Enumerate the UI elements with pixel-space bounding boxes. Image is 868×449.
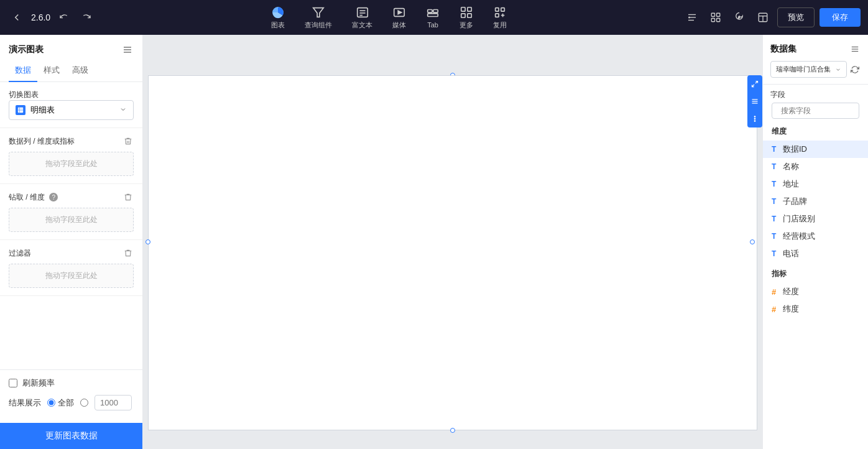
chart-type-value: 明细表 <box>30 104 55 116</box>
canvas-list-btn[interactable] <box>747 93 762 110</box>
resize-handle-left[interactable] <box>145 239 150 244</box>
svg-rect-25 <box>717 13 720 16</box>
result-label: 结果展示 <box>9 397 41 409</box>
svg-point-46 <box>754 121 755 122</box>
filter-icon <box>312 6 325 19</box>
svg-rect-12 <box>468 7 471 11</box>
field-label-address: 地址 <box>783 178 799 190</box>
drill-dropzone[interactable]: 拖动字段至此处 <box>9 208 134 232</box>
drill-block: 钻取 / 维度 ? 拖动字段至此处 <box>0 184 142 240</box>
nav-reuse[interactable]: 复用 <box>484 2 515 34</box>
drill-header: 钻取 / 维度 ? <box>9 192 134 203</box>
field-search-input[interactable] <box>781 106 868 115</box>
data-columns-delete-btn[interactable] <box>122 136 134 147</box>
field-label-data-id: 数据ID <box>783 144 807 155</box>
nav-tab-label: Tab <box>427 21 438 29</box>
filter-header: 过滤器 <box>9 248 134 259</box>
refresh-row: 刷新频率 <box>9 377 134 389</box>
chart-panel-tabs: 数据 样式 高级 <box>0 56 142 82</box>
nav-chart[interactable]: 图表 <box>262 2 293 34</box>
result-all-radio[interactable]: 全部 <box>47 397 74 409</box>
dataset-menu-btn[interactable] <box>849 44 861 55</box>
nav-more[interactable]: 更多 <box>451 2 482 34</box>
preview-button[interactable]: 预览 <box>777 7 815 27</box>
field-item-phone[interactable]: T 电话 <box>763 245 868 262</box>
drill-help-icon[interactable]: ? <box>49 193 58 201</box>
resize-handle-right[interactable] <box>750 239 755 244</box>
metrics-label: 指标 <box>763 266 868 283</box>
drill-label: 钻取 / 维度 ? <box>9 192 58 203</box>
chart-panel-header: 演示图表 <box>0 35 142 56</box>
field-item-sub-brand[interactable]: T 子品牌 <box>763 193 868 210</box>
dataset-select[interactable]: 瑞幸咖啡门店合集 <box>770 61 847 78</box>
grid-icon-btn[interactable] <box>706 8 725 27</box>
back-button[interactable] <box>7 8 26 27</box>
topbar: 2.6.0 图表 查询组件 <box>0 0 868 35</box>
refresh-checkbox[interactable] <box>9 379 17 387</box>
tab-icon <box>426 6 440 20</box>
field-type-icon-data-id: T <box>772 145 779 154</box>
field-label-business-mode: 经营模式 <box>783 231 815 242</box>
field-item-name[interactable]: T 名称 <box>763 158 868 175</box>
result-num-radio[interactable] <box>80 399 88 407</box>
canvas-frame <box>148 75 757 430</box>
result-num-input[interactable] <box>95 395 132 410</box>
svg-point-23 <box>688 17 690 19</box>
layout-icon-btn[interactable] <box>754 8 772 27</box>
redo-button[interactable] <box>78 9 95 26</box>
field-type-icon-latitude: # <box>772 305 779 314</box>
svg-rect-13 <box>461 13 465 17</box>
filter-delete-btn[interactable] <box>122 248 134 259</box>
canvas-area <box>143 35 762 449</box>
resize-handle-bottom[interactable] <box>450 428 455 433</box>
dataset-refresh-btn[interactable] <box>849 64 861 75</box>
tab-style[interactable]: 样式 <box>37 61 66 82</box>
svg-rect-35 <box>18 108 23 113</box>
canvas-more-btn[interactable] <box>747 110 762 127</box>
field-type-icon-longitude: # <box>772 287 779 297</box>
svg-rect-26 <box>711 19 714 22</box>
tab-data[interactable]: 数据 <box>9 61 37 82</box>
field-item-address[interactable]: T 地址 <box>763 175 868 193</box>
svg-rect-27 <box>717 19 720 22</box>
filter-dropzone[interactable]: 拖动字段至此处 <box>9 264 134 288</box>
update-chart-button[interactable]: 更新图表数据 <box>0 423 142 449</box>
topbar-right: 预览 保存 <box>683 7 861 27</box>
result-row: 结果展示 全部 <box>9 395 134 410</box>
field-item-latitude[interactable]: # 纬度 <box>763 300 868 318</box>
field-type-icon-phone: T <box>772 249 779 258</box>
nav-tab[interactable]: Tab <box>417 2 448 32</box>
drill-delete-btn[interactable] <box>122 192 134 203</box>
nav-query[interactable]: 查询组件 <box>296 2 341 34</box>
dataset-title: 数据集 <box>770 44 796 55</box>
data-columns-dropzone[interactable]: 拖动字段至此处 <box>9 152 134 176</box>
svg-rect-10 <box>428 14 438 17</box>
nav-chart-label: 图表 <box>271 21 285 30</box>
save-button[interactable]: 保存 <box>820 8 861 27</box>
nav-media[interactable]: 媒体 <box>384 2 415 34</box>
dimensions-label: 维度 <box>763 124 868 141</box>
field-item-store-level[interactable]: T 门店级别 <box>763 210 868 228</box>
tab-advanced[interactable]: 高级 <box>66 61 95 82</box>
canvas-toolbar <box>747 75 762 127</box>
field-label-latitude: 纬度 <box>783 303 799 315</box>
dataset-header: 数据集 <box>763 35 868 57</box>
field-item-longitude[interactable]: # 经度 <box>763 283 868 300</box>
svg-rect-9 <box>433 10 438 13</box>
nav-more-label: 更多 <box>459 21 473 30</box>
settings-icon-btn[interactable] <box>683 8 701 27</box>
chart-type-select[interactable]: 明细表 <box>9 100 134 120</box>
nav-media-label: 媒体 <box>392 21 406 30</box>
chart-panel-menu-btn[interactable] <box>121 44 134 56</box>
theme-icon-btn[interactable] <box>730 8 749 27</box>
nav-richtext[interactable]: 富文本 <box>343 2 381 34</box>
field-item-data-id[interactable]: T 数据ID <box>763 141 868 158</box>
svg-point-28 <box>739 17 741 19</box>
dimensions-list: T 数据ID T 名称 T 地址 T 子品牌 T 门店级别 T 经营模式 <box>763 141 868 449</box>
undo-button[interactable] <box>55 9 73 26</box>
canvas-zoom-btn[interactable] <box>747 75 762 93</box>
refresh-label: 刷新频率 <box>22 377 55 389</box>
chart-type-block: 切换图表 明细表 <box>0 82 142 128</box>
svg-rect-8 <box>428 10 432 13</box>
field-item-business-mode[interactable]: T 经营模式 <box>763 228 868 245</box>
